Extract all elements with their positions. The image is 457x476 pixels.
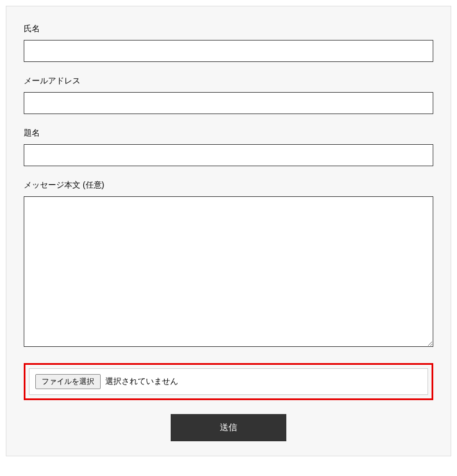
name-input[interactable]: [24, 40, 433, 62]
file-upload-row: ファイルを選択 選択されていません: [29, 368, 428, 395]
contact-form: 氏名 メールアドレス 題名 メッセージ本文 (任意) ファイルを選択 選択されて…: [6, 6, 451, 456]
subject-group: 題名: [24, 128, 433, 166]
submit-button[interactable]: 送信: [171, 414, 286, 441]
name-group: 氏名: [24, 24, 433, 62]
message-textarea[interactable]: [24, 196, 433, 347]
file-status-text: 選択されていません: [105, 376, 178, 387]
email-label: メールアドレス: [24, 76, 433, 86]
file-upload-highlight: ファイルを選択 選択されていません: [24, 363, 433, 400]
message-label: メッセージ本文 (任意): [24, 180, 433, 191]
email-input[interactable]: [24, 92, 433, 114]
message-group: メッセージ本文 (任意): [24, 180, 433, 349]
email-group: メールアドレス: [24, 76, 433, 114]
subject-input[interactable]: [24, 144, 433, 166]
file-select-button[interactable]: ファイルを選択: [35, 374, 101, 389]
name-label: 氏名: [24, 24, 433, 34]
subject-label: 題名: [24, 128, 433, 138]
submit-row: 送信: [24, 414, 433, 441]
